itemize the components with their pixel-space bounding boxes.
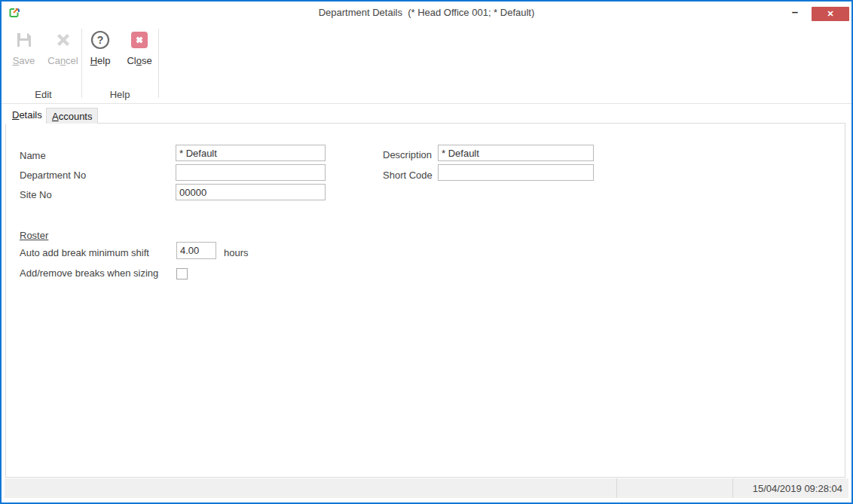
auto-add-break-input[interactable]	[176, 242, 216, 259]
save-button[interactable]: Save	[7, 27, 41, 66]
minimize-button[interactable]: –	[785, 2, 805, 21]
ribbon-separator	[158, 29, 159, 98]
department-details-window: Department Details (* Head Office 001; *…	[0, 0, 853, 504]
tab-accounts[interactable]: Accounts	[46, 108, 98, 124]
question-circle-icon: ?	[90, 30, 110, 50]
site-no-label: Site No	[20, 189, 52, 200]
window-title: Department Details (* Head Office 001; *…	[2, 2, 851, 23]
name-label: Name	[20, 150, 46, 161]
floppy-disk-icon	[14, 30, 34, 50]
help-button-label: Help	[90, 55, 111, 66]
ribbon-group-help: ? Help Close Help	[81, 23, 158, 103]
status-bar-separator	[616, 478, 617, 498]
ribbon-toolbar: Save Cancel Edit	[2, 23, 851, 104]
close-button[interactable]: Close	[122, 27, 157, 66]
short-code-label: Short Code	[383, 170, 433, 181]
tab-details[interactable]: Details	[5, 105, 49, 124]
ribbon-group-edit: Save Cancel Edit	[5, 23, 81, 103]
description-label: Description	[383, 149, 432, 160]
site-no-input[interactable]	[176, 184, 326, 200]
svg-text:?: ?	[97, 34, 104, 46]
cancel-button[interactable]: Cancel	[46, 27, 81, 66]
red-x-box-icon	[130, 30, 149, 50]
description-input[interactable]	[438, 145, 594, 161]
department-no-input[interactable]	[176, 164, 326, 181]
cancel-button-label: Cancel	[47, 55, 78, 66]
add-remove-breaks-checkbox[interactable]	[176, 268, 188, 279]
close-button-label: Close	[127, 55, 151, 66]
short-code-input[interactable]	[438, 164, 594, 181]
add-remove-breaks-label: Add/remove breaks when sizing	[20, 267, 158, 279]
status-bar: 15/04/2019 09:28:04	[5, 478, 848, 498]
name-input[interactable]	[176, 145, 326, 161]
roster-section-heading: Roster	[20, 230, 48, 241]
save-button-label: Save	[13, 55, 35, 66]
title-bar: Department Details (* Head Office 001; *…	[2, 2, 851, 23]
hours-unit-label: hours	[224, 247, 249, 258]
window-close-button[interactable]: ✕	[812, 7, 849, 21]
department-no-label: Department No	[20, 170, 86, 181]
ribbon-group-help-label: Help	[81, 89, 158, 100]
details-tab-panel: Name Department No Site No Description S…	[5, 123, 845, 478]
status-bar-separator	[732, 478, 733, 498]
gray-x-icon	[54, 30, 73, 50]
minimize-icon: –	[792, 5, 798, 18]
help-button[interactable]: ? Help	[83, 27, 118, 66]
status-datetime: 15/04/2019 09:28:04	[753, 478, 842, 498]
ribbon-group-edit-label: Edit	[5, 89, 81, 100]
close-icon: ✕	[827, 9, 833, 19]
auto-add-break-label: Auto add break minimum shift	[20, 247, 149, 258]
